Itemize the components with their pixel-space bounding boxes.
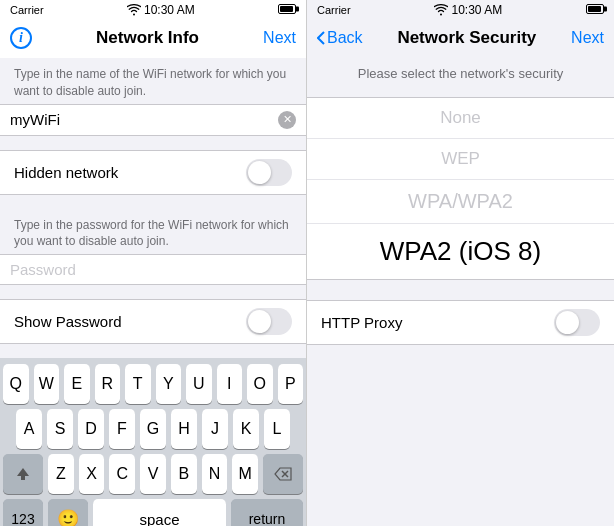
key-o[interactable]: O [247,364,273,404]
left-battery [278,4,296,16]
network-name-input[interactable] [10,111,278,128]
delete-key[interactable] [263,454,303,494]
keyboard-row-3: Z X C V B N M [3,454,303,494]
key-n[interactable]: N [202,454,228,494]
right-time: 10:30 AM [451,3,502,17]
right-wifi-icon [434,4,448,16]
right-nav-title: Network Security [363,28,572,48]
right-panel: Carrier 10:30 AM Back Network Security N… [307,0,614,526]
left-carrier: Carrier [10,4,44,16]
password-input[interactable] [10,261,296,278]
toggle-knob [248,161,271,184]
shift-key[interactable] [3,454,43,494]
key-r[interactable]: R [95,364,121,404]
security-options-list: None WEP WPA/WPA2 WPA2 (iOS 8) [307,97,614,280]
http-proxy-row: HTTP Proxy [307,300,614,345]
left-content: Type in the name of the WiFi network for… [0,58,306,526]
show-password-knob [248,310,271,333]
key-g[interactable]: G [140,409,166,449]
emoji-key[interactable]: 🙂 [48,499,88,526]
key-u[interactable]: U [186,364,212,404]
key-v[interactable]: V [140,454,166,494]
keyboard: Q W E R T Y U I O P A S D F G H J K [0,358,306,526]
http-proxy-label: HTTP Proxy [321,314,402,331]
key-b[interactable]: B [171,454,197,494]
key-k[interactable]: K [233,409,259,449]
key-w[interactable]: W [34,364,60,404]
key-s[interactable]: S [47,409,73,449]
http-proxy-toggle[interactable] [554,309,600,336]
space-key[interactable]: space [93,499,226,526]
right-status-bar: Carrier 10:30 AM [307,0,614,20]
hidden-network-row: Hidden network [0,150,306,195]
key-h[interactable]: H [171,409,197,449]
key-f[interactable]: F [109,409,135,449]
hidden-network-label: Hidden network [14,164,118,181]
info-icon[interactable]: i [10,27,32,49]
key-m[interactable]: M [232,454,258,494]
security-option-none[interactable]: None [307,98,614,139]
key-c[interactable]: C [109,454,135,494]
key-y[interactable]: Y [156,364,182,404]
key-i[interactable]: I [217,364,243,404]
right-battery [586,4,604,16]
key-p[interactable]: P [278,364,304,404]
network-name-row: ✕ [0,104,306,136]
left-panel: Carrier 10:30 AM i Network Info Next Typ… [0,0,307,526]
right-carrier: Carrier [317,4,351,16]
left-nav-left: i [10,27,32,49]
security-option-wpa[interactable]: WPA/WPA2 [307,180,614,224]
key-z[interactable]: Z [48,454,74,494]
svg-marker-0 [17,468,29,480]
password-row [0,254,306,285]
key-a[interactable]: A [16,409,42,449]
key-d[interactable]: D [78,409,104,449]
numbers-key[interactable]: 123 [3,499,43,526]
left-description2: Type in the password for the WiFi networ… [0,209,306,255]
left-status-bar: Carrier 10:30 AM [0,0,306,20]
left-next-button[interactable]: Next [263,29,296,47]
left-wifi-icon [127,4,141,16]
key-x[interactable]: X [79,454,105,494]
clear-button[interactable]: ✕ [278,111,296,129]
security-option-wep[interactable]: WEP [307,139,614,180]
right-next-button[interactable]: Next [571,29,604,47]
key-t[interactable]: T [125,364,151,404]
left-description1: Type in the name of the WiFi network for… [0,58,306,104]
right-nav-bar: Back Network Security Next [307,20,614,58]
key-e[interactable]: E [64,364,90,404]
left-nav-title: Network Info [32,28,263,48]
keyboard-bottom-row: 123 🙂 space return [3,499,303,526]
key-j[interactable]: J [202,409,228,449]
left-nav-bar: i Network Info Next [0,20,306,58]
security-option-wpa2[interactable]: WPA2 (iOS 8) [307,224,614,279]
key-l[interactable]: L [264,409,290,449]
key-q[interactable]: Q [3,364,29,404]
chevron-left-icon [317,31,325,45]
show-password-label: Show Password [14,313,122,330]
left-time: 10:30 AM [144,3,195,17]
show-password-toggle[interactable] [246,308,292,335]
right-back-button[interactable]: Back [317,29,363,47]
show-password-row: Show Password [0,299,306,344]
keyboard-row-2: A S D F G H J K L [3,409,303,449]
security-description: Please select the network's security [307,58,614,89]
keyboard-row-1: Q W E R T Y U I O P [3,364,303,404]
return-key[interactable]: return [231,499,303,526]
hidden-network-toggle[interactable] [246,159,292,186]
http-proxy-knob [556,311,579,334]
